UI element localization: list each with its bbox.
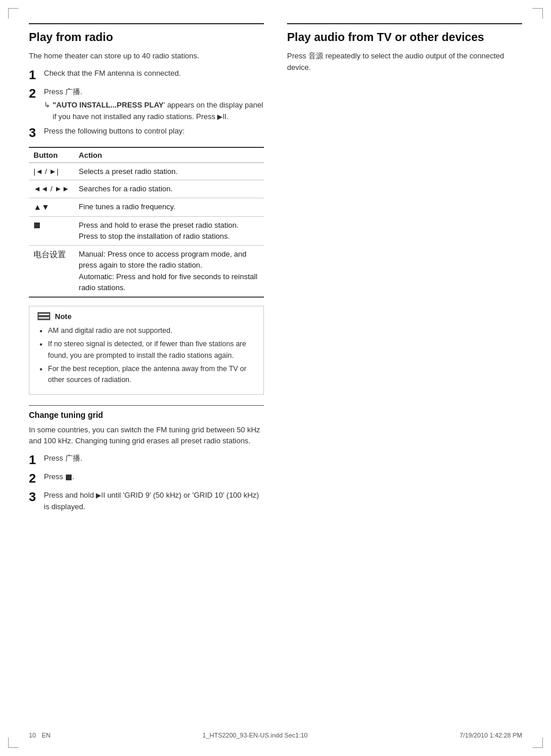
table-row: |◄ / ►| Selects a preset radio station.: [29, 162, 264, 180]
change-step-1-char: 广播: [65, 454, 80, 462]
table-header-button: Button: [29, 147, 74, 163]
note-list: AM and digital radio are not supported. …: [38, 325, 255, 386]
note-box: Note AM and digital radio are not suppor…: [29, 306, 264, 395]
table-row: Press and hold to erase the preset radio…: [29, 216, 264, 245]
change-step-3-content: Press and hold ▶II until 'GRID 9' (50 kH…: [44, 490, 264, 512]
table-row: ◄◄ / ►► Searches for a radio station.: [29, 180, 264, 198]
page: Play from radio The home theater can sto…: [0, 0, 551, 756]
footer-file-ref: 1_HTS2200_93-EN-US.indd Sec1:10: [203, 732, 308, 739]
play-radio-intro: The home theater can store up to 40 radi…: [29, 50, 264, 62]
change-tuning-section: Change tuning grid In some countries, yo…: [29, 405, 264, 513]
step-2-arrow: ↳ "AUTO INSTALL...PRESS PLAY' appears on…: [44, 99, 264, 122]
play-from-radio-title: Play from radio: [29, 23, 264, 45]
table-cell-action: Selects a preset radio station.: [74, 162, 264, 180]
corner-mark-tr: [533, 8, 543, 18]
arrow-symbol: ↳: [44, 99, 50, 111]
footer-page-num: 10: [29, 732, 36, 739]
step-2-char: 广播: [65, 87, 80, 96]
step-3: 3 Press the following buttons to control…: [29, 125, 264, 140]
table-cell-button: [29, 216, 74, 245]
page-footer: 10 EN 1_HTS2200_93-EN-US.indd Sec1:10 7/…: [29, 732, 522, 739]
corner-mark-bl: [8, 738, 18, 748]
left-column: Play from radio The home theater can sto…: [29, 23, 264, 518]
table-cell-action: Manual: Press once to access program mod…: [74, 245, 264, 297]
button-action-table: Button Action |◄ / ►| Selects a preset r…: [29, 147, 264, 298]
note-item: If no stereo signal is detected, or if f…: [48, 339, 255, 361]
change-step-2-num: 2: [29, 471, 44, 486]
change-step-2-content: Press .: [44, 471, 74, 483]
table-cell-button: |◄ / ►|: [29, 162, 74, 180]
change-step-1-num: 1: [29, 453, 44, 468]
table-cell-button: ▲▼: [29, 198, 74, 216]
step-2: 2 Press 广播. ↳ "AUTO INSTALL...PRESS PLAY…: [29, 86, 264, 123]
step-2-content: Press 广播. ↳ "AUTO INSTALL...PRESS PLAY' …: [44, 86, 264, 123]
table-cell-action: Press and hold to erase the preset radio…: [74, 216, 264, 245]
prev-next-symbol: |◄ / ►|: [33, 167, 58, 176]
step-2-num: 2: [29, 86, 44, 101]
change-step-3-num: 3: [29, 490, 44, 505]
table-cell-action: Searches for a radio station.: [74, 180, 264, 198]
table-header-action: Action: [74, 147, 264, 163]
two-column-layout: Play from radio The home theater can sto…: [29, 23, 522, 518]
table-cell-button: 电台设置: [29, 245, 74, 297]
corner-mark-tl: [8, 8, 18, 18]
step-list: 1 Check that the FM antenna is connected…: [29, 68, 264, 141]
play-pause-symbol-2: ▶II: [96, 491, 105, 499]
note-label: Note: [55, 312, 72, 321]
change-tuning-intro: In some countries, you can switch the FM…: [29, 424, 264, 447]
step-1: 1 Check that the FM antenna is connected…: [29, 68, 264, 83]
change-tuning-steps: 1 Press 广播. 2 Press . 3 P: [29, 453, 264, 513]
footer-lang: EN: [42, 732, 50, 739]
change-step-1: 1 Press 广播.: [29, 453, 264, 468]
footer-date: 7/19/2010 1:42:28 PM: [460, 732, 522, 739]
step-3-num: 3: [29, 125, 44, 140]
footer-left: 10 EN: [29, 732, 51, 739]
change-step-2: 2 Press .: [29, 471, 264, 486]
play-audio-intro: Press 音源 repeatedly to select the audio …: [287, 50, 522, 73]
play-pause-symbol: ▶II: [217, 113, 226, 121]
step-1-num: 1: [29, 68, 44, 83]
right-column: Play audio from TV or other devices Pres…: [287, 23, 522, 518]
stop-symbol-2: [66, 475, 72, 480]
up-down-symbol: ▲▼: [33, 202, 50, 212]
note-icon: [38, 312, 50, 320]
note-item: AM and digital radio are not supported.: [48, 325, 255, 336]
play-audio-title: Play audio from TV or other devices: [287, 23, 522, 45]
step-3-content: Press the following buttons to control p…: [44, 125, 185, 137]
step-1-content: Check that the FM antenna is connected.: [44, 68, 181, 79]
rew-ff-symbol: ◄◄ / ►►: [33, 184, 69, 193]
station-setup-symbol: 电台设置: [33, 250, 66, 259]
table-row: ▲▼ Fine tunes a radio frequency.: [29, 198, 264, 216]
audio-source-char: 音源: [308, 51, 323, 60]
table-row: 电台设置 Manual: Press once to access progra…: [29, 245, 264, 297]
auto-install-text: "AUTO INSTALL...PRESS PLAY: [53, 101, 163, 109]
stop-symbol: [34, 223, 40, 228]
corner-mark-br: [533, 738, 543, 748]
note-header: Note: [38, 312, 255, 321]
table-cell-action: Fine tunes a radio frequency.: [74, 198, 264, 216]
note-item: For the best reception, place the antenn…: [48, 364, 255, 386]
change-step-1-content: Press 广播.: [44, 453, 82, 464]
change-step-3: 3 Press and hold ▶II until 'GRID 9' (50 …: [29, 490, 264, 512]
change-tuning-title: Change tuning grid: [29, 405, 264, 420]
table-cell-button: ◄◄ / ►►: [29, 180, 74, 198]
step-2-arrow-text: "AUTO INSTALL...PRESS PLAY' appears on t…: [53, 99, 264, 122]
